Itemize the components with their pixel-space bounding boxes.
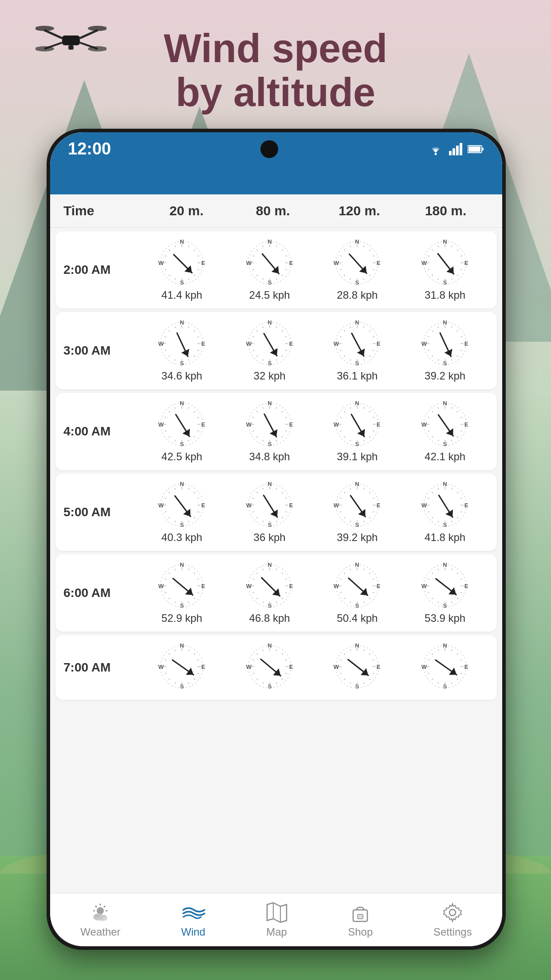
svg-line-508 (285, 673, 287, 674)
svg-line-210 (194, 436, 195, 438)
svg-marker-294 (446, 428, 453, 436)
svg-line-73 (364, 278, 365, 280)
nav-item-shop[interactable]: Shop (348, 902, 373, 938)
svg-line-175 (364, 326, 365, 328)
phone-inner: 12:00 (50, 132, 502, 946)
svg-text:W: W (334, 421, 339, 428)
svg-line-117 (197, 350, 199, 351)
svg-text:N: N (443, 319, 447, 326)
svg-text:N: N (268, 319, 272, 326)
svg-text:E: E (377, 664, 381, 670)
svg-line-153 (281, 330, 283, 332)
svg-line-167 (350, 359, 351, 361)
svg-line-394 (194, 598, 195, 599)
svg-line-522 (285, 660, 287, 660)
svg-line-267 (364, 407, 365, 409)
svg-line-518 (263, 649, 264, 651)
compass-1: N S W E (245, 642, 294, 691)
svg-line-475 (457, 573, 458, 574)
svg-line-352 (344, 517, 346, 518)
wind-cell: N S W E (314, 642, 401, 693)
nav-item-wind[interactable]: Wind (181, 902, 205, 938)
svg-text:N: N (443, 238, 447, 245)
status-time: 12:00 (68, 139, 111, 158)
svg-text:W: W (334, 583, 339, 589)
svg-marker-501 (186, 668, 193, 675)
svg-line-142 (276, 359, 277, 361)
svg-line-407 (197, 579, 199, 580)
compass-0: N S W E (157, 642, 206, 691)
svg-line-520 (276, 649, 277, 651)
nav-item-settings[interactable]: Settings (433, 902, 472, 938)
nav-item-map[interactable]: Map (266, 902, 287, 938)
svg-line-98 (438, 278, 439, 280)
svg-text:N: N (180, 561, 184, 568)
svg-line-372 (452, 521, 453, 522)
bottom-nav: Weather Wind Map (50, 893, 502, 946)
svg-point-6 (88, 26, 106, 31)
svg-marker-110 (446, 266, 453, 274)
wind-speed-1: 36 kph (254, 531, 286, 544)
compass-3: N S W E (421, 238, 469, 287)
wind-cell: N S W E 41.8 kph (401, 481, 489, 544)
svg-line-470 (428, 579, 429, 580)
svg-line-380 (438, 488, 439, 490)
svg-line-395 (188, 601, 189, 603)
svg-line-269 (373, 417, 374, 418)
svg-line-451 (364, 569, 365, 570)
svg-line-485 (197, 673, 199, 674)
svg-text:N: N (355, 400, 359, 407)
svg-line-129 (188, 326, 189, 328)
svg-line-405 (188, 569, 189, 570)
svg-line-422 (252, 593, 254, 593)
svg-marker-547 (361, 668, 368, 675)
svg-line-263 (340, 417, 342, 418)
svg-line-563 (432, 653, 433, 655)
status-icons (428, 143, 484, 155)
svg-line-278 (460, 431, 462, 432)
compass-3: N S W E (421, 481, 469, 530)
svg-line-49 (281, 275, 283, 276)
svg-line-102 (428, 256, 429, 257)
svg-line-140 (285, 350, 287, 351)
svg-text:W: W (334, 502, 339, 509)
svg-point-571 (97, 907, 104, 914)
svg-line-497 (188, 649, 189, 651)
svg-line-440 (369, 598, 370, 599)
svg-text:N: N (355, 238, 359, 245)
svg-line-57 (256, 249, 258, 251)
svg-line-260 (344, 436, 346, 438)
svg-line-261 (340, 431, 342, 432)
nav-item-weather[interactable]: Weather (80, 902, 120, 938)
svg-line-443 (350, 601, 351, 603)
svg-line-315 (197, 498, 199, 499)
title-line2: by altitude (0, 71, 551, 115)
svg-marker-478 (449, 587, 456, 594)
svg-line-370 (460, 512, 462, 513)
svg-line-107 (457, 249, 458, 251)
svg-text:E: E (464, 502, 468, 509)
svg-text:E: E (289, 583, 293, 589)
svg-line-238 (252, 431, 254, 432)
svg-rect-17 (482, 148, 484, 150)
time-label: 2:00 AM (63, 263, 138, 277)
svg-line-311 (175, 488, 176, 490)
svg-line-384 (460, 498, 462, 499)
wind-cell: N S W E (401, 642, 489, 693)
svg-line-468 (428, 593, 429, 593)
compass-1: N S W E (245, 319, 294, 368)
svg-line-445 (340, 593, 342, 593)
svg-line-62 (285, 256, 287, 257)
svg-line-33 (165, 256, 166, 257)
svg-line-125 (165, 336, 166, 337)
compass-3: N S W E (421, 642, 469, 691)
nav-label-weather: Weather (80, 926, 120, 938)
svg-line-406 (194, 573, 195, 574)
svg-line-30 (169, 275, 170, 276)
svg-text:E: E (464, 421, 468, 428)
svg-text:N: N (180, 238, 184, 245)
settings-icon (442, 902, 463, 923)
svg-text:E: E (464, 583, 468, 589)
svg-line-288 (438, 407, 439, 409)
svg-line-430 (285, 579, 287, 580)
